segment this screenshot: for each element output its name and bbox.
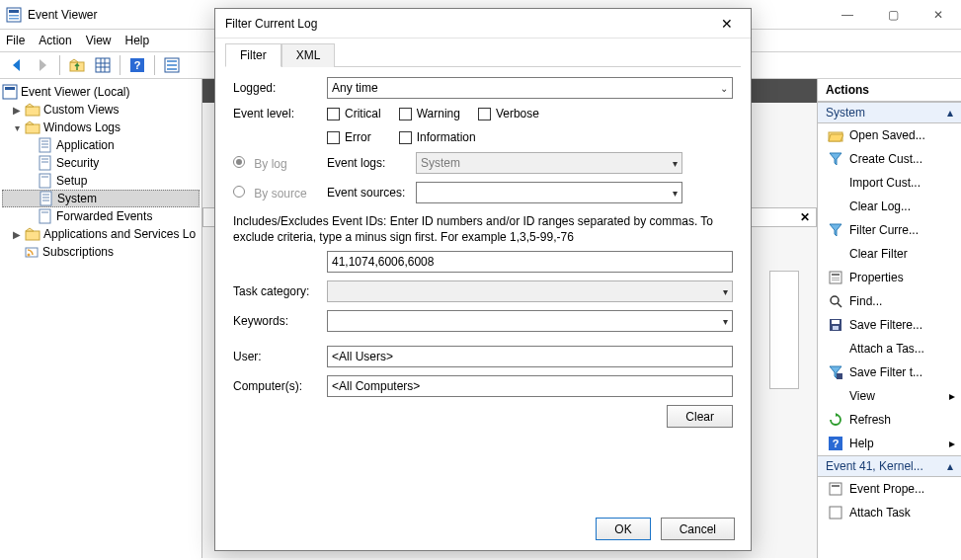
chk-warning[interactable]: Warning <box>399 107 460 120</box>
help-icon[interactable]: ? <box>126 54 148 76</box>
eventlogs-label: Event logs: <box>327 156 416 170</box>
actions-group-event[interactable]: Event 41, Kernel... ▴ <box>818 455 961 477</box>
svg-rect-47 <box>833 326 839 330</box>
folder-icon <box>25 102 40 118</box>
folder-icon <box>25 120 40 135</box>
menu-action[interactable]: Action <box>39 34 71 47</box>
caret-right-icon[interactable]: ▶ <box>12 229 22 240</box>
minimize-button[interactable]: — <box>825 0 870 30</box>
tree-root-label: Event Viewer (Local) <box>21 85 130 99</box>
action-save-filter-to[interactable]: Save Filter t... <box>818 360 961 384</box>
ok-button[interactable]: OK <box>596 518 650 540</box>
computers-input[interactable] <box>327 375 733 397</box>
blank-icon <box>828 341 843 357</box>
action-attach-task[interactable]: Attach a Tas... <box>818 337 961 360</box>
keywords-label: Keywords: <box>233 314 327 328</box>
dialog-close-button[interactable]: ✕ <box>713 10 741 38</box>
action-create-custom[interactable]: Create Cust... <box>818 147 961 171</box>
menu-help[interactable]: Help <box>125 34 150 47</box>
svg-rect-13 <box>167 60 177 62</box>
list-icon[interactable] <box>161 54 183 76</box>
tree-pane[interactable]: Event Viewer (Local) ▶ Custom Views ▾ Wi… <box>0 79 202 558</box>
dropdown-icon: ▾ <box>723 286 728 297</box>
tree-setup[interactable]: Setup <box>2 172 200 190</box>
eventsources-select[interactable]: ▾ <box>416 182 682 203</box>
action-save-filtered[interactable]: Save Filtere... <box>818 313 961 337</box>
log-icon <box>38 208 53 224</box>
logged-select[interactable]: Any time ⌄ <box>327 77 733 99</box>
user-label: User: <box>233 350 327 363</box>
tab-xml[interactable]: XML <box>281 43 336 67</box>
log-icon <box>38 173 53 189</box>
dropdown-icon: ▾ <box>673 158 678 169</box>
log-icon <box>39 191 54 206</box>
svg-rect-27 <box>40 174 50 188</box>
keywords-select[interactable]: ▾ <box>327 310 733 332</box>
action-open-saved[interactable]: Open Saved... <box>818 123 961 147</box>
tree-security[interactable]: Security <box>2 154 200 172</box>
svg-rect-33 <box>40 209 50 223</box>
tree-application[interactable]: Application <box>2 136 200 154</box>
tab-filter[interactable]: Filter <box>225 43 281 67</box>
submenu-arrow-icon: ▸ <box>949 437 955 450</box>
svg-rect-24 <box>40 156 50 170</box>
action-find[interactable]: Find... <box>818 289 961 313</box>
cancel-button[interactable]: Cancel <box>661 518 735 540</box>
collapse-icon[interactable]: ▴ <box>947 106 953 120</box>
svg-rect-51 <box>830 483 841 495</box>
bylog-radio-row: By log <box>233 156 327 171</box>
refresh-icon <box>828 412 843 428</box>
chevron-down-icon: ⌄ <box>720 83 728 94</box>
tree-root[interactable]: Event Viewer (Local) <box>2 83 200 101</box>
maximize-button[interactable]: ▢ <box>870 0 916 30</box>
svg-text:?: ? <box>833 438 840 449</box>
svg-rect-20 <box>40 138 50 152</box>
action-filter-current[interactable]: Filter Curre... <box>818 218 961 242</box>
caret-right-icon[interactable]: ▶ <box>12 105 22 116</box>
tree-apps-services[interactable]: ▶ Applications and Services Lo <box>2 225 200 243</box>
chk-verbose[interactable]: Verbose <box>478 107 539 120</box>
action-import-custom[interactable]: Import Cust... <box>818 171 961 195</box>
eventids-input[interactable] <box>327 251 733 273</box>
menu-view[interactable]: View <box>86 34 112 47</box>
user-input[interactable] <box>327 346 733 367</box>
funnel-icon <box>828 222 843 238</box>
action-event-properties[interactable]: Event Prope... <box>818 477 961 501</box>
clear-button[interactable]: Clear <box>667 405 733 428</box>
tree-forwarded[interactable]: Forwarded Events <box>2 207 200 225</box>
action-clear-filter[interactable]: Clear Filter <box>818 242 961 266</box>
tree-custom-views[interactable]: ▶ Custom Views <box>2 101 200 119</box>
back-button[interactable] <box>6 54 28 76</box>
svg-rect-48 <box>837 373 842 379</box>
action-clear-log[interactable]: Clear Log... <box>818 195 961 218</box>
svg-rect-15 <box>167 68 177 70</box>
svg-text:?: ? <box>134 59 141 71</box>
tree-system[interactable]: System <box>2 190 200 207</box>
menu-file[interactable]: File <box>6 34 25 47</box>
tree-subscriptions[interactable]: Subscriptions <box>2 243 200 261</box>
close-icon[interactable]: ✕ <box>800 210 810 224</box>
folder-up-icon[interactable] <box>66 54 88 76</box>
dialog-titlebar[interactable]: Filter Current Log ✕ <box>215 9 751 39</box>
tree-windows-logs[interactable]: ▾ Windows Logs <box>2 119 200 136</box>
chk-error[interactable]: Error <box>327 130 371 144</box>
funnel-icon <box>828 151 843 167</box>
actions-pane: Actions System ▴ Open Saved... Create Cu… <box>818 79 961 558</box>
action-refresh[interactable]: Refresh <box>818 408 961 432</box>
subscriptions-icon <box>24 244 40 260</box>
grid-icon[interactable] <box>92 54 114 76</box>
help-icon: ? <box>828 436 843 451</box>
close-button[interactable]: ✕ <box>916 0 961 30</box>
forward-button[interactable] <box>32 54 53 76</box>
caret-down-icon[interactable]: ▾ <box>12 122 22 133</box>
action-help[interactable]: ?Help▸ <box>818 432 961 455</box>
action-properties[interactable]: Properties <box>818 266 961 289</box>
actions-group-system[interactable]: System ▴ <box>818 102 961 123</box>
chk-critical[interactable]: Critical <box>327 107 381 120</box>
action-view[interactable]: View▸ <box>818 384 961 408</box>
svg-point-43 <box>831 296 839 304</box>
action-event-attach-task[interactable]: Attach Task <box>818 501 961 524</box>
chk-information[interactable]: Information <box>399 130 476 144</box>
collapse-icon[interactable]: ▴ <box>947 459 953 473</box>
eventids-hint: Includes/Excludes Event IDs: Enter ID nu… <box>233 213 733 245</box>
